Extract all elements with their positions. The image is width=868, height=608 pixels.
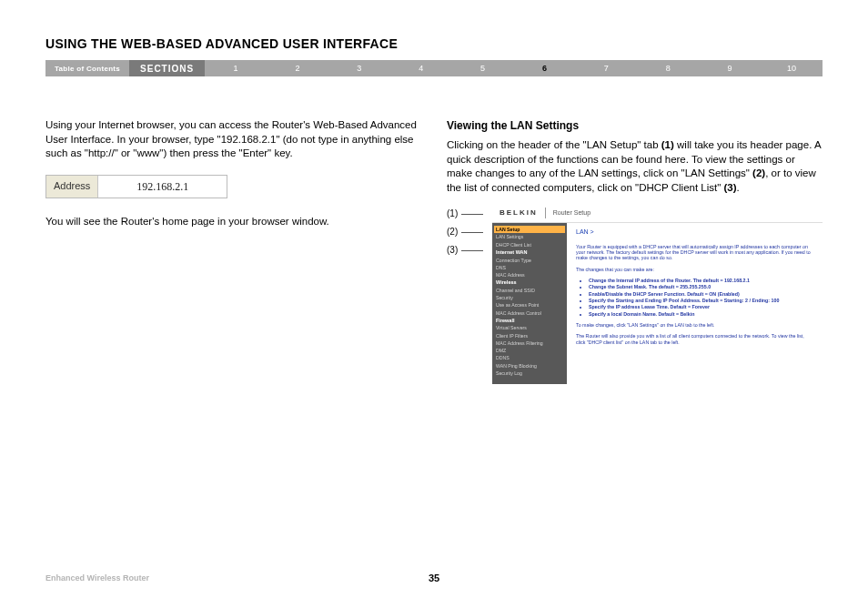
left-column: Using your Internet browser, you can acc… — [45, 118, 421, 384]
sidebar-item: Use as Access Point — [496, 301, 563, 309]
sidebar-item: Channel and SSID — [496, 287, 563, 294]
sidebar-item: DMZ — [496, 347, 563, 354]
bullet-item: Enable/Disable the DHCP Server Function.… — [589, 291, 813, 297]
nav-7[interactable]: 7 — [575, 64, 637, 73]
callout-numbers: (1) (2) (3) — [447, 204, 483, 384]
sidebar-item: MAC Address — [496, 271, 563, 279]
address-label: Address — [46, 176, 98, 198]
sidebar-item: Security Log — [496, 370, 563, 377]
sidebar-item: DDNS — [496, 354, 563, 361]
brand-logo: BELKIN — [500, 208, 538, 218]
nav-1[interactable]: 1 — [205, 64, 267, 73]
sidebar-item: Firewall — [496, 317, 563, 325]
page-footer: Enhanced Wireless Router 35 — [45, 573, 823, 583]
sidebar-item: Internet WAN — [496, 248, 563, 257]
page-title: USING THE WEB-BASED ADVANCED USER INTERF… — [45, 36, 823, 51]
nav-2[interactable]: 2 — [267, 64, 328, 73]
router-ui-figure: (1) (2) (3) BELKIN Router Setup LAN Setu… — [447, 204, 823, 384]
sidebar-item: Wireless — [496, 279, 563, 287]
nav-8[interactable]: 8 — [637, 64, 699, 73]
ui-subtitle: Router Setup — [553, 209, 590, 217]
homepage-paragraph: You will see the Router's home page in y… — [45, 215, 421, 229]
sections-label: SECTIONS — [129, 60, 205, 76]
lan-breadcrumb: LAN > — [576, 228, 813, 236]
sidebar-item: MAC Address Control — [496, 309, 563, 317]
address-bar: Address 192.168.2.1 — [45, 175, 227, 198]
sidebar-item: DHCP Client List — [496, 241, 563, 248]
section-nav: Table of Contents SECTIONS 1 2 3 4 5 6 7… — [45, 60, 823, 76]
nav-5[interactable]: 5 — [452, 64, 514, 73]
sidebar-item: Virtual Servers — [496, 324, 563, 331]
lan-subhead: Viewing the LAN Settings — [447, 118, 823, 133]
lan-paragraph: Clicking on the header of the "LAN Setup… — [447, 138, 823, 195]
right-column: Viewing the LAN Settings Clicking on the… — [447, 118, 823, 384]
sidebar-item: Client IP Filters — [496, 332, 563, 339]
bullet-item: Specify a local Domain Name. Default = B… — [589, 311, 813, 317]
nav-10[interactable]: 10 — [761, 64, 823, 73]
sidebar-item: Connection Type — [496, 257, 563, 264]
bullet-item: Change the Subnet Mask. The default = 25… — [589, 284, 813, 289]
nav-3[interactable]: 3 — [328, 64, 390, 73]
page-number: 35 — [429, 573, 439, 583]
nav-4[interactable]: 4 — [390, 64, 452, 73]
sidebar-item: DNS — [496, 264, 563, 271]
nav-6[interactable]: 6 — [514, 64, 576, 73]
sidebar-item: Security — [496, 294, 563, 301]
sidebar-item: LAN Setup — [494, 226, 565, 233]
sidebar-item: WAN Ping Blocking — [496, 362, 563, 370]
address-value: 192.168.2.1 — [98, 176, 227, 198]
toc-link[interactable]: Table of Contents — [45, 65, 129, 73]
footer-title: Enhanced Wireless Router — [45, 573, 149, 583]
ui-main: LAN > Your Router is equipped with a DHC… — [567, 223, 823, 384]
sidebar-item: MAC Address Filtering — [496, 339, 563, 347]
intro-paragraph: Using your Internet browser, you can acc… — [45, 118, 421, 161]
bullet-item: Specify the IP address Lease Time. Defau… — [589, 304, 813, 309]
bullet-item: Change the Internal IP address of the Ro… — [589, 278, 813, 283]
router-ui-screenshot: BELKIN Router Setup LAN SetupLAN Setting… — [492, 204, 823, 384]
sidebar-item: LAN Settings — [496, 233, 563, 240]
nav-9[interactable]: 9 — [699, 64, 761, 73]
bullet-item: Specify the Starting and Ending IP Pool … — [589, 298, 813, 303]
ui-sidebar: LAN SetupLAN SettingsDHCP Client ListInt… — [492, 223, 567, 384]
